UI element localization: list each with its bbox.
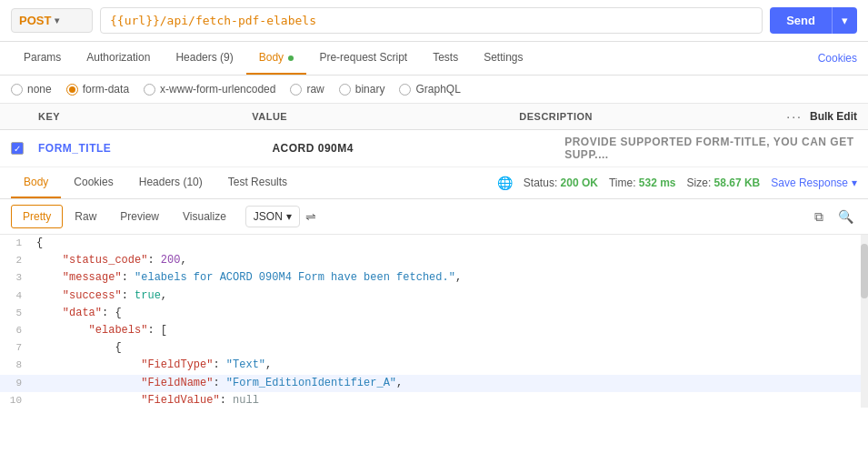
cookies-link[interactable]: Cookies (818, 52, 857, 65)
header-actions: ··· Bulk Edit (786, 109, 857, 124)
scrollbar-thumb (861, 244, 868, 298)
line-content: "FieldName": "Form_EditionIdentifier_A", (33, 375, 868, 392)
tab-authorization[interactable]: Authorization (74, 42, 163, 75)
line-number: 3 (0, 269, 33, 287)
code-line: 3 "message": "elabels for ACORD 090M4 Fo… (0, 269, 868, 287)
body-graphql-label: GraphQL (415, 83, 460, 96)
vertical-scrollbar[interactable] (861, 235, 868, 408)
json-format-label: JSON (254, 210, 283, 223)
view-tabs-right: ⧉ 🔍 (811, 206, 857, 228)
code-line: 9 "FieldName": "Form_EditionIdentifier_A… (0, 375, 868, 392)
json-format-select[interactable]: JSON ▾ (245, 206, 300, 227)
line-content: { (33, 339, 868, 357)
resp-tab-body[interactable]: Body (11, 167, 61, 198)
row-checkbox[interactable] (11, 142, 24, 155)
copy-button[interactable]: ⧉ (811, 206, 827, 228)
body-type-row: none form-data x-www-form-urlencoded raw… (0, 76, 868, 104)
more-icon[interactable]: ··· (786, 109, 803, 124)
radio-none (11, 84, 23, 96)
tab-body[interactable]: Body (246, 42, 307, 75)
save-response-button[interactable]: Save Response ▾ (771, 176, 857, 189)
code-area: 1{2 "status_code": 200,3 "message": "ela… (0, 235, 868, 408)
search-button[interactable]: 🔍 (834, 206, 857, 227)
line-number: 6 (0, 322, 33, 339)
view-tab-raw[interactable]: Raw (63, 205, 108, 228)
size-item: Size: 58.67 KB (687, 176, 761, 189)
row-key: form_title (38, 142, 272, 155)
time-value: 532 ms (639, 176, 676, 189)
method-label: POST (19, 14, 51, 27)
row-checkbox-wrapper (11, 142, 38, 155)
code-line: 8 "FieldType": "Text", (0, 357, 868, 374)
body-urlencoded-label: x-www-form-urlencoded (160, 83, 275, 96)
top-bar: POST ▾ Send ▾ (0, 0, 868, 42)
url-input[interactable] (100, 7, 763, 34)
code-line: 2 "status_code": 200, (0, 252, 868, 269)
line-number: 7 (0, 339, 33, 357)
body-type-binary[interactable]: binary (339, 83, 385, 96)
format-icon[interactable]: ⇌ (305, 209, 316, 224)
line-number: 2 (0, 252, 33, 269)
line-content: "status_code": 200, (33, 252, 868, 269)
line-content: { (33, 235, 868, 252)
tab-prerequest[interactable]: Pre-request Script (306, 42, 420, 75)
tab-settings[interactable]: Settings (471, 42, 535, 75)
view-tab-preview[interactable]: Preview (108, 205, 171, 228)
bulk-edit-button[interactable]: Bulk Edit (810, 110, 857, 123)
response-tabs: Body Cookies Headers (10) Test Results 🌐… (0, 167, 868, 199)
line-number: 9 (0, 375, 33, 392)
resp-tab-cookies[interactable]: Cookies (61, 167, 125, 198)
status-label: Status: 200 OK (524, 176, 598, 189)
resp-tab-test-results[interactable]: Test Results (215, 167, 300, 198)
view-tab-pretty[interactable]: Pretty (11, 205, 63, 228)
save-response-chevron-icon: ▾ (852, 176, 857, 189)
line-content: "FieldType": "Text", (33, 357, 868, 374)
body-formdata-label: form-data (83, 83, 129, 96)
resp-tab-headers[interactable]: Headers (10) (126, 167, 215, 198)
line-content: "message": "elabels for ACORD 090M4 Form… (33, 269, 868, 287)
method-select[interactable]: POST ▾ (11, 8, 93, 33)
row-value: ACORD 090M4 (272, 142, 564, 155)
tab-headers[interactable]: Headers (9) (163, 42, 245, 75)
line-content: "FieldValue": null (33, 392, 868, 408)
body-type-formdata[interactable]: form-data (66, 83, 129, 96)
code-line: 7 { (0, 339, 868, 357)
body-type-urlencoded[interactable]: x-www-form-urlencoded (144, 83, 275, 96)
body-raw-label: raw (306, 83, 324, 96)
send-button[interactable]: Send (770, 7, 832, 34)
method-chevron-icon: ▾ (55, 15, 59, 25)
code-line: 4 "success": true, (0, 287, 868, 305)
line-content: "elabels": [ (33, 322, 868, 339)
view-tab-visualize[interactable]: Visualize (171, 205, 238, 228)
body-type-graphql[interactable]: GraphQL (399, 83, 460, 96)
code-line: 1{ (0, 235, 868, 252)
tab-params[interactable]: Params (11, 42, 74, 75)
line-content: "success": true, (33, 287, 868, 305)
body-none-label: none (27, 83, 52, 96)
radio-raw (290, 84, 302, 96)
radio-graphql (399, 84, 411, 96)
radio-binary (339, 84, 351, 96)
tab-tests[interactable]: Tests (420, 42, 471, 75)
body-type-raw[interactable]: raw (290, 83, 324, 96)
line-content: "data": { (33, 305, 868, 322)
table-header: KEY VALUE DESCRIPTION ··· Bulk Edit (0, 104, 868, 130)
table-row: form_title ACORD 090M4 Provide supported… (0, 130, 868, 167)
body-binary-label: binary (355, 83, 385, 96)
line-number: 4 (0, 287, 33, 305)
radio-urlencoded (144, 84, 155, 96)
globe-icon: 🌐 (497, 176, 513, 190)
row-description: Provide supported form-title, you can ge… (564, 136, 857, 161)
code-line: 6 "elabels": [ (0, 322, 868, 339)
body-type-none[interactable]: none (11, 83, 52, 96)
line-number: 1 (0, 235, 33, 252)
line-number: 5 (0, 305, 33, 322)
time-item: Time: 532 ms (609, 176, 676, 189)
header-key: KEY (38, 111, 252, 122)
code-line: 10 "FieldValue": null (0, 392, 868, 408)
send-button-group: Send ▾ (770, 7, 857, 34)
line-number: 10 (0, 392, 33, 408)
send-chevron-button[interactable]: ▾ (832, 7, 857, 34)
radio-formdata (66, 84, 78, 96)
header-description: DESCRIPTION (519, 111, 786, 122)
